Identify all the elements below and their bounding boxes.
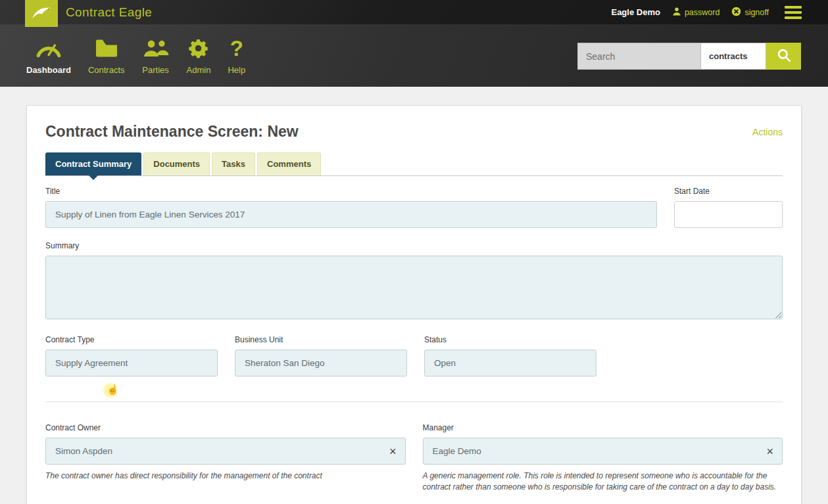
contract-owner-input[interactable] [45,438,406,465]
contract-form: Title Start Date Summary Contract Ty [45,176,783,493]
tab-contract-summary[interactable]: Contract Summary [45,152,141,175]
title-input[interactable] [45,201,657,228]
nav-item-help[interactable]: ? Help [228,24,245,87]
question-mark-icon: ? [230,34,243,62]
nav-item-dashboard[interactable]: Dashboard [26,24,71,87]
business-unit-input[interactable] [235,350,407,377]
hamburger-menu-button[interactable] [785,6,802,19]
person-icon [672,7,681,18]
search-input[interactable] [577,43,700,70]
nav-item-parties[interactable]: Parties [142,24,170,87]
contract-owner-label: Contract Owner [45,423,406,432]
contract-owner-combo: × [45,438,406,465]
nav-item-admin[interactable]: Admin [187,24,211,87]
contract-card: Contract Maintenance Screen: New Actions… [26,105,802,504]
nav-bar: Dashboard Contracts Parties [0,24,828,87]
manager-help: A generic management role. This role is … [423,470,783,493]
hamburger-icon [785,6,802,9]
people-icon [142,34,170,62]
business-unit-label: Business Unit [235,335,407,344]
tab-comments[interactable]: Comments [257,152,321,175]
signoff-label: signoff [744,8,769,17]
start-date-label: Start Date [674,187,783,196]
contract-owner-help: The contract owner has direct responsibi… [45,470,406,482]
manager-label: Manager [423,423,783,432]
tab-bar: Contract Summary Documents Tasks Comment… [45,152,783,176]
page-title: Contract Maintenance Screen: New [45,123,299,141]
user-name: Eagle Demo [611,7,660,17]
summary-textarea[interactable] [45,256,783,319]
search-icon [777,48,791,64]
contract-type-label: Contract Type [45,335,218,344]
nav-label-admin: Admin [187,65,211,75]
eagle-icon [30,4,53,24]
start-date-input[interactable] [674,201,783,228]
section-divider [45,401,783,402]
nav-label-help: Help [228,65,245,75]
nav-label-contracts: Contracts [88,65,125,75]
title-label: Title [45,187,657,196]
status-input[interactable] [424,350,597,377]
password-label: password [685,8,720,17]
tab-documents[interactable]: Documents [143,152,210,175]
manager-clear-icon[interactable]: × [766,446,773,457]
app-logo[interactable] [25,0,58,27]
signoff-link[interactable]: signoff [731,7,769,18]
gear-icon [188,34,208,62]
signoff-icon [731,7,741,18]
tab-tasks[interactable]: Tasks [212,152,255,175]
password-link[interactable]: password [672,7,720,18]
top-bar: Contract Eagle Eagle Demo password [0,0,828,24]
dashboard-gauge-icon [35,34,62,62]
search-group: contracts [577,43,801,70]
app-title: Contract Eagle [66,5,152,20]
main-content: Contract Maintenance Screen: New Actions… [0,87,828,504]
contract-owner-clear-icon[interactable]: × [389,446,397,457]
screen: Contract Eagle Eagle Demo password [0,0,828,504]
search-scope-dropdown[interactable]: contracts [700,43,766,70]
nav-item-contracts[interactable]: Contracts [88,24,125,87]
actions-link[interactable]: Actions [752,127,783,137]
topbar-right: Eagle Demo password signoff [611,6,828,19]
summary-label: Summary [45,241,783,250]
nav-label-dashboard: Dashboard [26,65,71,75]
search-button[interactable] [766,43,801,70]
status-label: Status [424,335,597,344]
nav-label-parties: Parties [142,65,168,75]
folder-icon [95,34,118,62]
card-header: Contract Maintenance Screen: New Actions [45,106,783,141]
manager-combo: × [423,438,783,465]
manager-input[interactable] [423,438,783,465]
contract-type-input[interactable] [45,350,218,377]
